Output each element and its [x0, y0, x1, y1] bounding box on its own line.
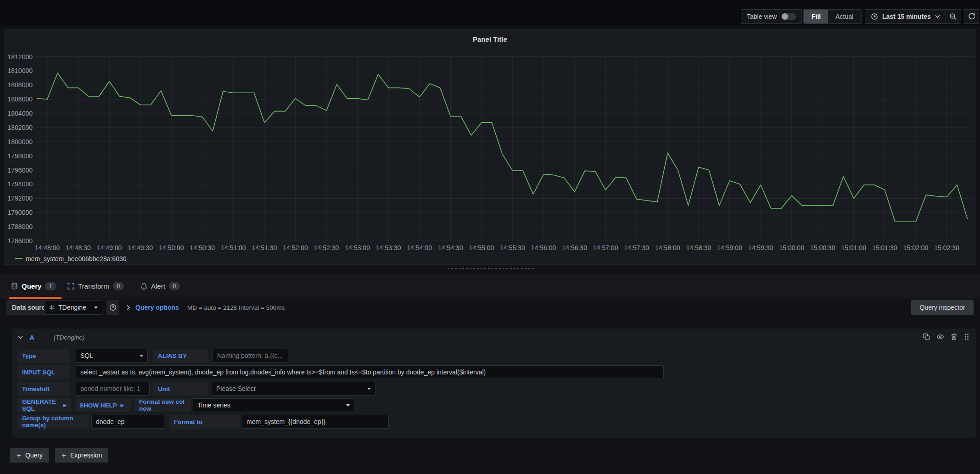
table-view-toggle[interactable]	[781, 13, 796, 20]
query-options-link[interactable]: Query options	[135, 304, 179, 311]
x-axis-label: 14:55:00	[469, 244, 494, 251]
caret-down-icon	[140, 355, 143, 357]
x-axis-label: 14:52:30	[314, 244, 339, 251]
refresh-icon	[968, 13, 975, 20]
alias-by-input[interactable]	[213, 349, 288, 362]
interval-text: Interval = 500ms	[239, 304, 285, 311]
form-row-timeshift: Timeshift Unit Please Select	[12, 382, 976, 396]
duplicate-query-button[interactable]	[923, 333, 930, 340]
x-axis-label: 14:51:30	[252, 244, 277, 251]
x-axis-label: 15:02:00	[903, 244, 929, 251]
query-datasource-hint: (TDengine)	[54, 334, 85, 341]
plus-icon: +	[17, 452, 21, 459]
datasource-row: Data source TDengine Query options MD = …	[0, 300, 980, 315]
x-axis-label: 14:57:30	[624, 244, 650, 251]
format-select[interactable]: Time series	[193, 398, 354, 412]
unit-select-placeholder: Please Select	[216, 385, 367, 392]
fill-button[interactable]: Fill	[804, 10, 828, 23]
panel-resize-handle[interactable]	[448, 268, 535, 269]
query-ref-id[interactable]: A	[29, 334, 34, 341]
add-query-button[interactable]: + Query	[10, 448, 49, 463]
tab-query-count: 1	[45, 282, 56, 290]
tab-transform-count: 0	[113, 282, 124, 290]
datasource-picker[interactable]: TDengine	[44, 300, 102, 315]
tab-query[interactable]: Query 1	[11, 273, 56, 299]
actual-button[interactable]: Actual	[828, 10, 861, 23]
add-expression-button[interactable]: + Expression	[55, 448, 108, 463]
hide-query-button[interactable]	[936, 333, 944, 340]
type-select[interactable]: SQL	[76, 349, 148, 362]
table-view-group[interactable]: Table view	[741, 9, 802, 24]
form-row-groupby: Group by column name(s) Format to	[12, 415, 976, 429]
x-axis-label: 15:00:30	[810, 244, 835, 251]
x-axis-label: 15:00:00	[779, 244, 804, 251]
legend-label[interactable]: mem_system_bee006bbe28a:6030	[26, 255, 127, 262]
tdengine-icon	[49, 305, 55, 311]
y-axis-label: 1802000	[7, 124, 33, 131]
caret-down-icon	[94, 307, 98, 309]
time-range-picker[interactable]: Last 15 minutes	[865, 13, 946, 20]
drag-grip-icon[interactable]	[964, 333, 969, 340]
magnifier-minus-icon	[949, 13, 957, 21]
x-axis-label: 14:54:30	[438, 244, 463, 251]
time-series-panel[interactable]: Panel Title 1786000178800017900001792000…	[4, 29, 976, 265]
y-axis-label: 1788000	[7, 223, 33, 230]
max-data-points-text: MD = auto = 2128	[187, 304, 237, 311]
unit-select[interactable]: Please Select	[212, 382, 375, 396]
query-editor-card: A (TDengine)	[12, 329, 976, 438]
legend-marker	[15, 258, 22, 259]
clock-icon	[871, 13, 878, 20]
caret-down-icon	[346, 404, 350, 407]
chevron-right-icon[interactable]	[126, 305, 130, 310]
y-axis-label: 1798000	[7, 152, 33, 160]
datasource-help-button[interactable]	[106, 300, 119, 315]
zoom-out-button[interactable]	[946, 10, 961, 23]
form-row-type: Type SQL ALIAS BY	[12, 349, 976, 362]
x-axis-label: 14:48:30	[66, 244, 91, 251]
generate-sql-button[interactable]: GENERATE SQL ▶	[17, 398, 71, 412]
x-axis-label: 14:53:30	[376, 244, 401, 251]
arrow-right-icon: ▶	[63, 403, 67, 407]
delete-query-button[interactable]	[951, 333, 958, 340]
time-range-label: Last 15 minutes	[882, 13, 931, 20]
group-by-input[interactable]	[91, 415, 164, 429]
transform-icon	[67, 283, 74, 290]
x-axis-label: 14:48:00	[35, 244, 60, 251]
chevron-down-icon	[935, 15, 940, 18]
input-sql-input[interactable]	[76, 365, 664, 379]
x-axis-label: 14:57:00	[593, 244, 618, 251]
y-axis-label: 1804000	[7, 110, 33, 117]
y-axis-label: 1806000	[7, 95, 33, 103]
tab-alert[interactable]: Alert 0	[140, 273, 180, 299]
time-series-chart[interactable]: 1786000178800017900001792000179400017960…	[4, 30, 976, 264]
y-axis-label: 1810000	[7, 67, 33, 74]
query-inspector-button[interactable]: Query inspector	[911, 300, 974, 315]
tab-transform[interactable]: Transform 0	[67, 273, 124, 299]
x-axis-label: 14:56:00	[531, 244, 556, 251]
x-axis-label: 14:49:30	[128, 244, 153, 251]
x-axis-label: 14:49:00	[97, 244, 122, 251]
y-axis-label: 1792000	[7, 195, 33, 202]
format-to-input[interactable]	[242, 415, 389, 429]
input-sql-label: INPUT SQL	[17, 365, 70, 379]
x-axis-label: 15:01:00	[841, 244, 867, 251]
add-expression-label: Expression	[70, 452, 102, 459]
top-toolbar: Table view Fill Actual Last 15 minutes	[0, 0, 980, 26]
collapse-chevron-icon[interactable]	[18, 335, 23, 339]
query-row-actions	[923, 333, 969, 340]
y-axis-label: 1812000	[7, 53, 33, 61]
form-row-sql: INPUT SQL	[12, 365, 976, 379]
tab-alert-count: 0	[169, 282, 180, 290]
timeshift-input[interactable]	[76, 382, 150, 396]
editor-tabbar: Query 1 Transform 0 Alert 0	[0, 273, 980, 299]
y-axis-label: 1786000	[7, 237, 33, 245]
show-help-button[interactable]: SHOW HELP ▶	[75, 398, 131, 412]
x-axis-label: 14:50:30	[190, 244, 215, 251]
query-row-header[interactable]: A (TDengine)	[12, 329, 976, 346]
x-axis-label: 14:51:00	[221, 244, 246, 251]
x-axis-label: 14:59:00	[717, 244, 742, 251]
refresh-button[interactable]	[964, 9, 979, 24]
y-axis-label: 1808000	[7, 81, 33, 89]
datasource-value: TDengine	[58, 304, 90, 311]
fill-actual-segmented: Fill Actual	[803, 9, 862, 24]
